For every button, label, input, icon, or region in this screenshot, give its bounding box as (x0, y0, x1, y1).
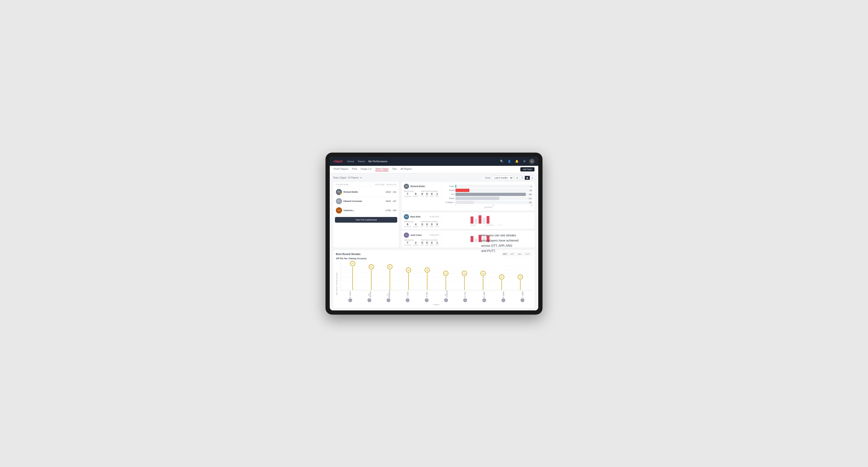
practice-stat: 6 Practice (413, 192, 418, 197)
subnav-tour[interactable]: Tour (392, 168, 397, 171)
x-axis-label: Players (341, 304, 532, 306)
eagles-track: 3 (456, 185, 533, 188)
activities-row: 0 OTT 0 APP (421, 192, 439, 197)
grid-view-button[interactable]: ⊞ (515, 176, 520, 180)
add-team-button[interactable]: Add Team (520, 167, 534, 172)
bar-eagles: Eagles 3 (444, 185, 533, 188)
rounds-chart-svg: Rounds Tournament Practice (469, 214, 507, 226)
josh-activities-block: Total Practice Activities 0 OTT 0 (421, 239, 439, 246)
card-view-button[interactable]: ▣ (525, 176, 530, 180)
josh-rounds-label: Total Rounds (404, 239, 420, 241)
subnav-pga[interactable]: PGA (352, 168, 357, 171)
josh-app: 0 APP (426, 241, 428, 246)
bar-birdies: Birdies 96 (444, 189, 533, 192)
x-label-0: 0 (456, 205, 456, 206)
chart-bar-group[interactable]: 6x (369, 264, 374, 290)
player-info-2: EC 2 Edward Crossman (336, 198, 383, 204)
chart-bar-group[interactable]: 4x (480, 271, 486, 290)
bars: Eagles 3 Birdies (444, 185, 533, 204)
subnav-all-players[interactable]: All Players (401, 168, 412, 171)
practice-val: 6 (413, 192, 418, 195)
table-row[interactable]: EC 2 Edward Crossman 18/20 107 (335, 197, 397, 206)
table-row[interactable]: CM 3 Cameron... 17/20 103 (335, 206, 397, 215)
rees-rounds-row: 8 Tournament 4 Practice (404, 223, 420, 227)
annotation-line4: and PUTT. (481, 249, 496, 253)
sub-nav: PGAT Players PGA Hcaps 1-5 Team Clippd T… (330, 166, 538, 173)
player-info-1: RB 1 Richard Butler (336, 189, 383, 195)
chart-bar-group[interactable]: 4x (443, 271, 448, 290)
rees-tournament-lbl: Tournament (404, 226, 411, 227)
list-view-button[interactable]: ☰ (520, 176, 525, 180)
subnav-team-clippd[interactable]: Team Clippd (375, 168, 389, 171)
player-avg-3: 103 (393, 209, 396, 212)
search-button[interactable]: 🔍 (499, 159, 504, 164)
notifications-button[interactable]: 🔔 (514, 159, 519, 164)
bar-bogeys: Bogeys 311 (444, 197, 533, 200)
streaks-subtitle: Off The Tee, Fairway Accuracy (336, 257, 532, 260)
player-avg-1: 110 (393, 191, 396, 193)
nav-home[interactable]: Home (347, 160, 354, 163)
josh-app-val: 0 (426, 241, 428, 244)
x-label-400: 400 (530, 205, 533, 206)
chart-bar-group[interactable]: 6x (387, 264, 393, 290)
view-full-leaderboard-button[interactable]: View Full Leaderboard (335, 217, 397, 223)
settings-button[interactable]: ⚙ (522, 159, 527, 164)
chart-bar-group[interactable]: 5x (425, 268, 430, 290)
josh-arg: 0 ARG (430, 241, 433, 246)
col-player-name: PLAYER NAME (336, 184, 373, 185)
putt-stat: 1 PUTT (435, 192, 439, 197)
josh-practice: 2 Practice (413, 241, 418, 246)
pc-left-main: RB Richard Butler Total Rounds 7 (404, 184, 441, 197)
chart-bar-group[interactable]: 3x (518, 274, 523, 290)
bogeys-label: Bogeys (444, 197, 455, 199)
svg-rect-8 (470, 236, 473, 242)
bogeys-fill (456, 197, 499, 200)
app-stat: 0 APP (426, 192, 428, 197)
rees-practice-val: 4 (413, 223, 418, 226)
y-axis-label: Best Streak, Fairway Accuracy (336, 262, 341, 306)
chart-bar-group[interactable]: 3x (499, 274, 504, 290)
annotation: Here you can see streaks your players ha… (481, 233, 545, 253)
tournament-stat: 7 Tournament (404, 192, 411, 197)
period-dropdown[interactable]: Last 3 months (492, 176, 513, 180)
pc-date-josh: 26 Aug 2023 (430, 234, 439, 236)
rees-practice-lbl: Practice (413, 226, 418, 227)
table-view-button[interactable]: ⊟ (530, 176, 535, 180)
chart-bar-group[interactable]: 4x (462, 271, 467, 290)
nav-my-performance[interactable]: My Performance (368, 160, 388, 163)
rees-activities-block: Total Practice Activities 0 OTT 0 (421, 221, 439, 227)
rounds-row: 7 Tournament 6 Practice (404, 192, 420, 197)
josh-rounds-block: Total Rounds 7 Tournament 2 (404, 239, 420, 246)
svg-text:Practice: Practice (498, 224, 503, 226)
show-label: Show (485, 177, 490, 179)
pc-stats-josh: Total Rounds 7 Tournament 2 (404, 239, 439, 246)
table-row[interactable]: RB 1 Richard Butler 19/20 110 (335, 187, 397, 197)
subnav-hcaps[interactable]: Hcaps 1-5 (361, 168, 372, 171)
subnav-pgat[interactable]: PGAT Players (334, 168, 348, 171)
player-score-1: 19/20 (385, 191, 391, 193)
nav-links: Home Teams My Performance (347, 160, 499, 163)
total-rounds-block: Total Rounds 7 Tournament 6 (404, 190, 420, 197)
col-pb-score: PB SCORE (375, 184, 384, 185)
svg-text:Tournament: Tournament (486, 224, 493, 226)
putt-val: 1 (435, 192, 439, 195)
pc-left-josh: JC Josh Coles 26 Aug 2023 Total Rounds (404, 232, 441, 246)
dbogeys-fill (456, 201, 474, 204)
app-label: APP (426, 195, 428, 197)
pc-player-rees: RB Rees Britt 02 Sep 2023 (404, 214, 439, 219)
chart-bar-group[interactable]: 5x (406, 268, 411, 290)
user-avatar[interactable]: U (529, 159, 534, 164)
rank-badge-1: 1 (340, 193, 342, 195)
player-score-3: 17/20 (385, 209, 391, 212)
team-name: Team Clippd (333, 177, 346, 179)
view-toggle: ⊞ ☰ ▣ ⊟ (515, 176, 535, 180)
player-card-main: RB Richard Butler Total Rounds 7 (401, 182, 535, 211)
people-button[interactable]: 👤 (507, 159, 512, 164)
josh-arg-val: 0 (430, 241, 433, 244)
edit-icon[interactable]: ✏ (360, 177, 362, 179)
pc-name-main: Richard Butler (410, 185, 425, 187)
annotation-line3: across OTT, APP, ARG (481, 244, 512, 247)
chart-bar-group[interactable]: 7x (350, 261, 355, 290)
svg-rect-3 (483, 218, 486, 224)
nav-teams[interactable]: Teams (358, 160, 365, 163)
